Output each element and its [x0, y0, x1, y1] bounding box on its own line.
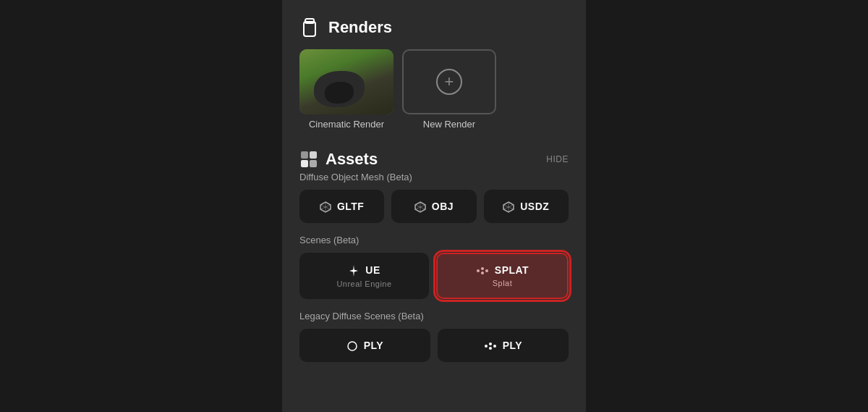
assets-section: Assets HIDE Diffuse Object Mesh (Beta) G…: [299, 150, 569, 362]
ue-sublabel: Unreal Engine: [336, 279, 391, 288]
hide-button[interactable]: HIDE: [546, 154, 569, 164]
svg-rect-5: [310, 160, 317, 167]
new-render-button[interactable]: +: [402, 49, 496, 114]
svg-point-12: [489, 342, 492, 345]
usdz-button[interactable]: USDZ: [484, 190, 569, 223]
svg-point-7: [481, 267, 484, 270]
scenes-label: Scenes (Beta): [299, 235, 569, 245]
splat-btn-inner: SPLAT: [476, 264, 529, 276]
ply-dots-button[interactable]: PLY: [438, 329, 569, 361]
diffuse-buttons-row: GLTF OBJ USDZ: [299, 190, 569, 223]
sparkle-icon: [348, 264, 359, 277]
ue-btn-inner: UE: [348, 264, 380, 277]
diffuse-label: Diffuse Object Mesh (Beta): [299, 172, 569, 182]
renders-header: Renders: [299, 17, 569, 38]
legacy-buttons-row: PLY PLY: [299, 329, 569, 361]
renders-title: Renders: [328, 18, 392, 37]
main-panel: Renders Cinematic Render + New Render: [282, 0, 586, 412]
assets-header: Assets HIDE: [299, 150, 569, 169]
new-render-label: New Render: [423, 119, 475, 130]
scenes-buttons-row: UE Unreal Engine SPLAT: [299, 253, 569, 299]
svg-point-11: [485, 345, 488, 348]
ply-circle-label: PLY: [364, 340, 383, 351]
renders-icon: [299, 17, 320, 38]
svg-rect-2: [301, 151, 308, 159]
cube-icon-gltf: [320, 200, 331, 213]
splat-button[interactable]: SPLAT Splat: [436, 253, 569, 299]
usdz-label: USDZ: [520, 201, 549, 212]
plus-icon: +: [436, 69, 462, 95]
splat-sublabel: Splat: [493, 279, 513, 287]
svg-point-9: [481, 272, 484, 274]
splat-dots-icon: [476, 264, 489, 276]
cube-icon-obj: [414, 200, 426, 213]
assets-title: Assets: [326, 150, 378, 169]
cinematic-render-label: Cinematic Render: [309, 119, 384, 130]
render-image: [299, 49, 393, 114]
gltf-button[interactable]: GLTF: [299, 190, 384, 223]
ue-label: UE: [365, 264, 380, 276]
svg-point-13: [493, 345, 496, 348]
legacy-label: Legacy Diffuse Scenes (Beta): [299, 311, 569, 321]
ply-dots-label: PLY: [503, 340, 522, 351]
svg-rect-4: [301, 160, 308, 167]
obj-label: OBJ: [432, 201, 454, 212]
svg-point-6: [477, 269, 480, 272]
new-render-card[interactable]: + New Render: [402, 49, 496, 130]
circle-icon: [346, 339, 358, 351]
ply-circle-button[interactable]: PLY: [299, 329, 430, 361]
ue-button[interactable]: UE Unreal Engine: [299, 253, 429, 299]
renders-grid: Cinematic Render + New Render: [299, 49, 569, 130]
svg-rect-3: [310, 151, 317, 159]
splat-label: SPLAT: [495, 264, 529, 276]
assets-icon: [299, 150, 318, 169]
dots2-icon: [484, 340, 497, 351]
cinematic-render-thumbnail: [299, 49, 393, 114]
cube-icon-usdz: [503, 200, 514, 213]
assets-header-left: Assets: [299, 150, 378, 169]
gltf-label: GLTF: [337, 201, 365, 212]
svg-point-10: [348, 342, 357, 350]
svg-point-8: [485, 269, 488, 272]
cinematic-render-card[interactable]: Cinematic Render: [299, 49, 393, 130]
svg-point-14: [489, 347, 492, 350]
obj-button[interactable]: OBJ: [391, 190, 476, 223]
